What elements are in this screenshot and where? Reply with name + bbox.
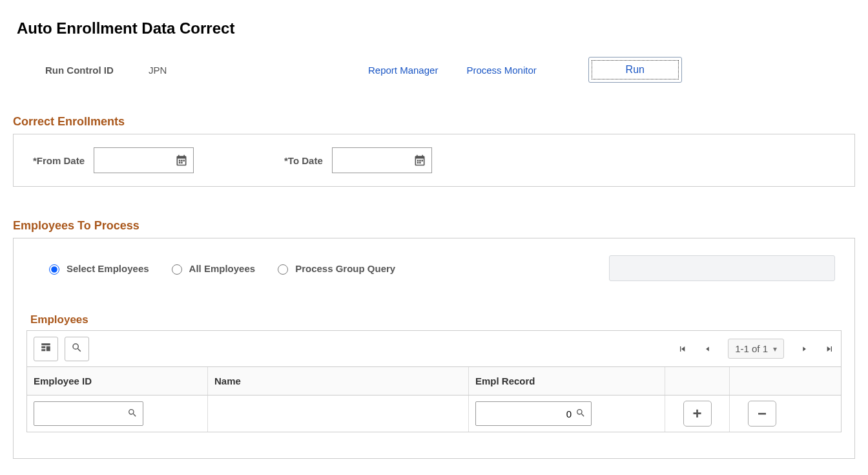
group-query-disabled-field [609,255,835,281]
select-employees-label[interactable]: Select Employees [67,263,149,274]
employee-id-lookup[interactable] [34,401,143,426]
run-button[interactable]: Run [588,57,682,83]
to-date-field[interactable] [332,147,432,173]
last-page-icon[interactable] [824,344,834,354]
run-button-label: Run [626,64,645,76]
col-add [665,367,730,395]
col-name[interactable]: Name [208,367,469,395]
search-icon [71,342,83,355]
process-group-query-radio[interactable] [278,264,288,275]
minus-icon: − [758,406,767,421]
correct-enrollments-box: *From Date *To Date [13,134,855,187]
to-date-input[interactable] [338,154,413,166]
run-control-row: Run Control ID JPN Report Manager Proces… [13,57,855,83]
table-row: + − [27,396,841,432]
correct-enrollments-title: Correct Enrollments [13,115,855,129]
grid-find-button[interactable] [65,337,89,361]
process-monitor-link[interactable]: Process Monitor [466,65,536,76]
add-row-button[interactable]: + [683,401,712,427]
first-page-icon[interactable] [677,344,688,354]
col-delete [730,367,794,395]
employees-grid-title: Employees [30,313,842,326]
delete-row-button[interactable]: − [748,401,776,427]
employees-to-process-title: Employees To Process [13,219,855,233]
select-employees-radio[interactable] [49,264,59,275]
row-range-label: 1-1 of 1 [735,343,768,354]
lookup-icon[interactable] [575,408,586,420]
grid-personalize-button[interactable] [34,337,58,361]
to-date-label: *To Date [284,155,323,166]
grid-icon [40,342,52,355]
plus-icon: + [692,406,701,421]
empl-record-lookup[interactable] [475,401,592,426]
all-employees-radio[interactable] [172,264,182,275]
row-range-select[interactable]: 1-1 of 1 ▾ [728,339,784,359]
next-page-icon[interactable] [800,344,809,354]
from-date-label: *From Date [33,155,85,166]
employees-grid: 1-1 of 1 ▾ Employee ID Name Empl Record [26,330,842,432]
name-cell [208,396,469,432]
from-date-field[interactable] [94,147,194,173]
employee-id-input[interactable] [39,408,127,420]
col-employee-id[interactable]: Employee ID [27,367,208,395]
employees-to-process-box: Select Employees All Employees Process G… [13,238,855,459]
run-control-value: JPN [149,65,342,76]
col-empl-record[interactable]: Empl Record [469,367,665,395]
page-title: Auto Enrollment Data Correct [17,19,855,37]
chevron-down-icon: ▾ [773,344,777,354]
from-date-input[interactable] [99,154,175,166]
calendar-icon[interactable] [413,154,426,167]
process-group-query-label[interactable]: Process Group Query [295,263,395,274]
lookup-icon[interactable] [127,408,138,420]
calendar-icon[interactable] [175,154,188,167]
all-employees-label[interactable]: All Employees [189,263,256,274]
prev-page-icon[interactable] [703,344,712,354]
report-manager-link[interactable]: Report Manager [368,65,438,76]
run-control-label: Run Control ID [45,65,149,76]
empl-record-input[interactable] [481,408,575,420]
